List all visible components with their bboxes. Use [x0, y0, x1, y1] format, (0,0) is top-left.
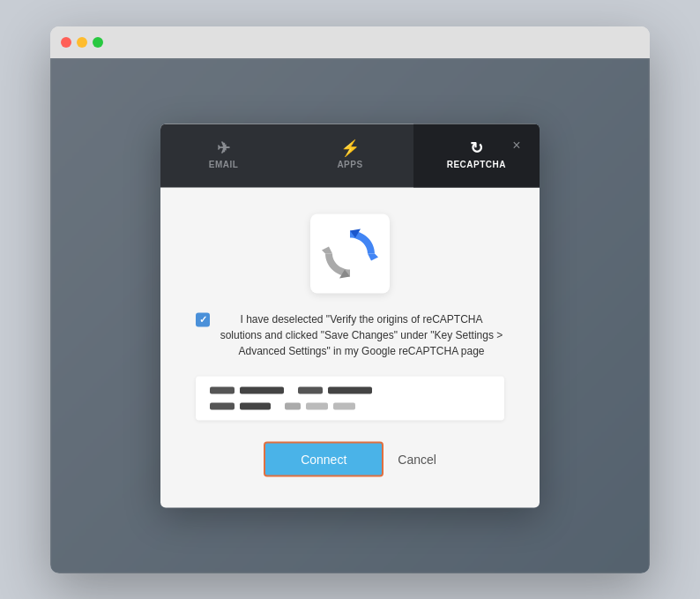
- button-row: Connect Cancel: [264, 441, 436, 476]
- field-label-2: [298, 386, 323, 393]
- browser-content: ✈ EMAIL ⚡ APPS ↻ RECAPTCHA ×: [50, 58, 650, 573]
- browser-titlebar: [50, 26, 650, 58]
- tab-apps[interactable]: ⚡ APPS: [287, 124, 413, 187]
- tab-bar: ✈ EMAIL ⚡ APPS ↻ RECAPTCHA ×: [160, 124, 540, 187]
- checkbox-input[interactable]: [196, 312, 210, 326]
- tab-email[interactable]: ✈ EMAIL: [160, 124, 287, 187]
- field-label-1: [210, 386, 235, 393]
- field-label-3: [210, 402, 235, 409]
- connect-button[interactable]: Connect: [264, 441, 384, 476]
- browser-window: ✈ EMAIL ⚡ APPS ↻ RECAPTCHA ×: [50, 26, 650, 573]
- tab-recaptcha-label: RECAPTCHA: [447, 159, 506, 168]
- modal-close-button[interactable]: ×: [508, 136, 525, 153]
- field-block-3: [210, 402, 271, 409]
- checkbox-row: I have deselected "Verify the origins of…: [196, 311, 504, 358]
- tab-recaptcha[interactable]: ↻ RECAPTCHA: [413, 124, 540, 187]
- field-row-1: [210, 386, 490, 393]
- recaptcha-svg-image: [320, 223, 380, 283]
- tab-email-label: EMAIL: [209, 159, 239, 168]
- field-block-4: [285, 402, 355, 409]
- field-value-1[interactable]: [240, 386, 284, 393]
- recaptcha-icon: ↻: [470, 139, 484, 155]
- form-fields: [196, 376, 504, 420]
- apps-icon: ⚡: [340, 139, 361, 155]
- field-value-2[interactable]: [328, 386, 372, 393]
- field-value-3[interactable]: [240, 402, 271, 409]
- field-block-2: [298, 386, 372, 393]
- close-traffic-light[interactable]: [61, 37, 71, 48]
- cancel-button[interactable]: Cancel: [398, 452, 436, 466]
- field-row-2: [210, 402, 490, 409]
- tab-apps-label: APPS: [337, 159, 362, 168]
- recaptcha-modal: ✈ EMAIL ⚡ APPS ↻ RECAPTCHA ×: [160, 124, 540, 507]
- field-value-4[interactable]: [306, 402, 328, 409]
- minimize-traffic-light[interactable]: [77, 37, 87, 48]
- maximize-traffic-light[interactable]: [93, 37, 103, 48]
- modal-body: I have deselected "Verify the origins of…: [160, 187, 540, 507]
- field-label-4: [285, 402, 301, 409]
- checkbox-label: I have deselected "Verify the origins of…: [219, 311, 504, 358]
- email-icon: ✈: [217, 139, 231, 155]
- recaptcha-logo: [310, 213, 390, 293]
- field-value-5[interactable]: [333, 402, 355, 409]
- field-block-1: [210, 386, 284, 393]
- svg-point-0: [341, 244, 359, 262]
